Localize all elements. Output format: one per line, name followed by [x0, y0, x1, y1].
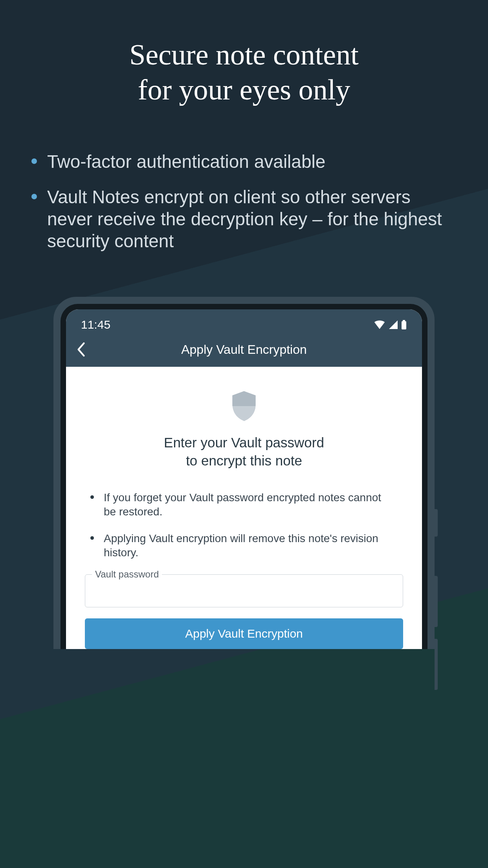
- warning-forget: If you forget your Vault password encryp…: [104, 491, 396, 519]
- status-bar: 11:45: [66, 309, 422, 335]
- warning-list: If you forget your Vault password encryp…: [85, 491, 403, 559]
- feature-item-vault: Vault Notes encrypt on client so other s…: [47, 186, 457, 252]
- phone-frame: 11:45 Apply Vault Encryption: [53, 297, 435, 649]
- chevron-left-icon: [77, 342, 85, 357]
- phone-screen: 11:45 Apply Vault Encryption: [66, 309, 422, 649]
- shield-icon: [230, 390, 258, 422]
- back-button[interactable]: [73, 342, 89, 357]
- hero-title: Secure note content for your eyes only: [129, 37, 359, 107]
- svg-rect-0: [403, 320, 405, 321]
- apply-vault-encryption-button[interactable]: Apply Vault Encryption: [85, 618, 403, 649]
- warning-history: Applying Vault encryption will remove th…: [104, 531, 396, 560]
- phone-side-button: [435, 576, 438, 627]
- phone-bezel: 11:45 Apply Vault Encryption: [61, 304, 427, 649]
- phone-side-button: [435, 639, 438, 690]
- feature-list: Two-factor authentication available Vaul…: [0, 151, 488, 265]
- battery-icon: [401, 320, 407, 329]
- feature-item-2fa: Two-factor authentication available: [47, 151, 457, 173]
- hero-title-line1: Secure note content: [129, 37, 359, 72]
- vault-password-label: Vault password: [92, 569, 162, 580]
- hero-title-line2: for your eyes only: [129, 72, 359, 107]
- status-time: 11:45: [81, 318, 110, 331]
- shield-icon-wrap: [85, 390, 403, 422]
- wifi-icon: [374, 320, 385, 329]
- vault-prompt: Enter your Vault password to encrypt thi…: [85, 434, 403, 469]
- vault-prompt-line1: Enter your Vault password: [85, 434, 403, 452]
- app-bar-title: Apply Vault Encryption: [66, 342, 422, 357]
- vault-prompt-line2: to encrypt this note: [85, 452, 403, 470]
- vault-password-field: Vault password: [85, 574, 403, 607]
- cellular-icon: [388, 320, 398, 329]
- phone-side-button: [435, 509, 438, 537]
- screen-body: Enter your Vault password to encrypt thi…: [66, 367, 422, 649]
- status-icons: [374, 320, 407, 329]
- svg-rect-1: [402, 321, 406, 329]
- app-bar: Apply Vault Encryption: [66, 335, 422, 367]
- app-header: 11:45 Apply Vault Encryption: [66, 309, 422, 367]
